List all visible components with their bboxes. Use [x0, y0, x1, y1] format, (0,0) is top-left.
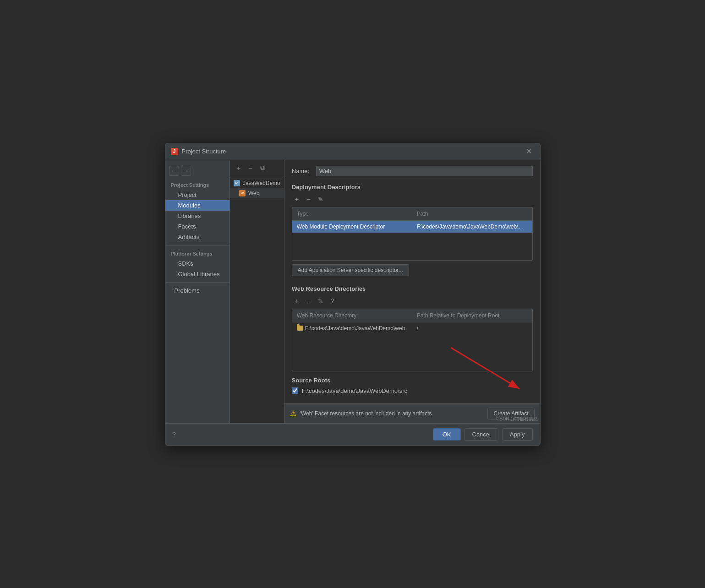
web-resource-directories-table: Web Resource Directory Path Relative to …	[292, 309, 533, 371]
sidebar-item-problems[interactable]: Problems	[165, 285, 230, 296]
dd-empty-area	[292, 233, 532, 260]
apply-button[interactable]: Apply	[502, 428, 533, 441]
tree-toolbar: + − ⧉	[230, 160, 284, 176]
name-row: Name:	[292, 166, 533, 176]
warning-text: 'Web' Facet resources are not included i…	[300, 410, 484, 417]
wrd-table-header: Web Resource Directory Path Relative to …	[292, 309, 532, 322]
dd-add-button[interactable]: +	[292, 194, 302, 204]
dd-col-type-header: Type	[292, 209, 412, 218]
footer-left: ?	[173, 428, 429, 441]
sidebar-divider	[165, 245, 230, 245]
source-root-item: F:\codes\Java\demo\JavaWebDemo\src	[292, 387, 533, 394]
module-icon: M	[234, 180, 240, 186]
ok-button[interactable]: OK	[433, 428, 461, 441]
watermark: CSDN @猫猫村晨总	[496, 416, 538, 422]
tree-add-button[interactable]: +	[234, 163, 244, 173]
wrd-help-button[interactable]: ?	[328, 296, 338, 306]
wrd-directory-cell: F:\codes\Java\demo\JavaWebDemo\web	[292, 324, 412, 333]
sidebar-item-project[interactable]: Project	[165, 190, 230, 200]
app-icon: J	[171, 148, 178, 155]
main-content: Name: Deployment Descriptors + − ✎ Type …	[284, 160, 540, 423]
sidebar-item-facets[interactable]: Facets	[165, 221, 230, 232]
sidebar-item-artifacts[interactable]: Artifacts	[165, 232, 230, 242]
close-button[interactable]: ✕	[523, 147, 535, 156]
wrd-col-path-header: Path Relative to Deployment Root	[412, 311, 532, 320]
tree-item-javawebdemo[interactable]: M JavaWebDemo	[230, 178, 284, 188]
dialog-title: Project Structure	[182, 148, 226, 155]
deployment-descriptors-title: Deployment Descriptors	[292, 184, 533, 191]
warning-icon: ⚠	[290, 409, 296, 418]
project-structure-dialog: J Project Structure ✕ ← → Project Settin…	[165, 143, 541, 446]
dd-path-cell: F:\codes\Java\demo\JavaWebDemo\web\WEB-I…	[412, 222, 532, 231]
project-settings-label: Project Settings	[165, 180, 230, 190]
sidebar-item-sdks[interactable]: SDKs	[165, 258, 230, 269]
dd-remove-button[interactable]: −	[304, 194, 314, 204]
dd-table-header: Type Path	[292, 207, 532, 221]
source-roots-title: Source Roots	[292, 377, 533, 384]
dd-table-row[interactable]: Web Module Deployment Descriptor F:\code…	[292, 221, 532, 233]
folder-icon	[297, 326, 303, 331]
sidebar: ← → Project Settings Project Modules Lib…	[165, 160, 230, 423]
dd-col-path-header: Path	[412, 209, 532, 218]
dialog-footer: ? OK Cancel Apply	[165, 423, 540, 445]
forward-button[interactable]: →	[181, 166, 191, 176]
source-root-checkbox[interactable]	[292, 387, 298, 394]
source-roots-section: Source Roots F:\codes\Java\demo\JavaWebD…	[292, 377, 533, 394]
cancel-button[interactable]: Cancel	[465, 428, 498, 441]
dd-edit-button[interactable]: ✎	[316, 194, 326, 204]
help-icon[interactable]: ?	[173, 431, 176, 438]
sidebar-item-libraries[interactable]: Libraries	[165, 211, 230, 221]
add-descriptor-button[interactable]: Add Application Server specific descript…	[292, 264, 409, 276]
tree-remove-button[interactable]: −	[246, 163, 256, 173]
wrd-toolbar: + − ✎ ?	[292, 296, 533, 306]
deployment-descriptors-table: Type Path Web Module Deployment Descript…	[292, 207, 533, 261]
tree-items: M JavaWebDemo W Web	[230, 176, 284, 423]
sidebar-divider-2	[165, 282, 230, 283]
wrd-path-rel-cell: /	[412, 324, 532, 333]
wrd-edit-button[interactable]: ✎	[316, 296, 326, 306]
web-icon: W	[239, 190, 246, 196]
web-resource-directories-title: Web Resource Directories	[292, 285, 533, 292]
back-button[interactable]: ←	[169, 166, 179, 176]
wrd-table-row[interactable]: F:\codes\Java\demo\JavaWebDemo\web /	[292, 322, 532, 334]
sidebar-item-modules[interactable]: Modules	[165, 200, 230, 211]
sidebar-item-global-libraries[interactable]: Global Libraries	[165, 269, 230, 279]
tree-item-web[interactable]: W Web	[230, 188, 284, 198]
dd-type-cell: Web Module Deployment Descriptor	[292, 222, 412, 231]
wrd-remove-button[interactable]: −	[304, 296, 314, 306]
dialog-body: ← → Project Settings Project Modules Lib…	[165, 160, 540, 423]
tree-panel: + − ⧉ M JavaWebDemo W Web	[230, 160, 284, 423]
wrd-empty-area	[292, 334, 532, 371]
tree-copy-button[interactable]: ⧉	[257, 163, 268, 173]
name-label: Name:	[292, 168, 312, 174]
platform-settings-label: Platform Settings	[165, 248, 230, 258]
wrd-add-button[interactable]: +	[292, 296, 302, 306]
title-bar-left: J Project Structure	[171, 148, 226, 155]
wrd-col-dir-header: Web Resource Directory	[292, 311, 412, 320]
nav-buttons: ← →	[165, 164, 230, 180]
name-input[interactable]	[316, 166, 533, 176]
title-bar: J Project Structure ✕	[165, 143, 540, 160]
main-inner: Name: Deployment Descriptors + − ✎ Type …	[284, 160, 540, 403]
source-root-label: F:\codes\Java\demo\JavaWebDemo\src	[302, 387, 407, 394]
main-content-wrapper: Name: Deployment Descriptors + − ✎ Type …	[284, 160, 540, 423]
deployment-descriptors-toolbar: + − ✎	[292, 194, 533, 204]
